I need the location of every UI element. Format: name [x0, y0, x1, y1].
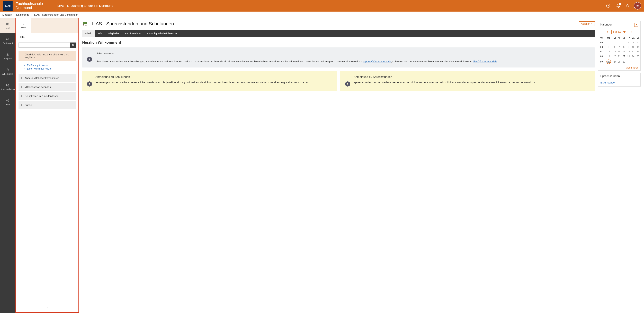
office-hours-title: Sprechstunden — [600, 75, 620, 78]
help-back-button[interactable] — [16, 304, 78, 312]
calendar-day[interactable]: 16 — [626, 49, 631, 54]
tab-info[interactable]: Info — [94, 30, 105, 37]
calendar-day[interactable]: 29 — [622, 59, 626, 65]
chevron-left-icon — [46, 307, 49, 310]
calendar-day[interactable]: 13 — [612, 49, 617, 54]
nav-tools[interactable]: Tools — [0, 18, 16, 33]
calendar-day[interactable]: 24 — [631, 54, 636, 59]
caret-down-icon — [636, 24, 637, 26]
calendar-day[interactable]: 27 — [612, 59, 617, 65]
help-tab[interactable]: Hilfe — [16, 18, 31, 33]
calendar-day[interactable]: 26 — [604, 59, 612, 65]
tab-lernfortschritt[interactable]: Lernfortschritt — [122, 30, 144, 37]
ilias-support-link[interactable]: ILIAS Support — [600, 81, 616, 84]
calendar-header: Di — [612, 36, 617, 40]
calendar-day[interactable]: 3 — [631, 40, 636, 45]
tab-inhalt[interactable]: Inhalt — [82, 30, 94, 37]
tab-kursmitgliedschaft-beenden[interactable]: Kursmitgliedschaft beenden — [144, 30, 181, 37]
info-icon: i — [87, 57, 92, 62]
caret-down-icon — [591, 23, 592, 25]
chevron-right-icon — [20, 77, 23, 79]
breadcrumb-item[interactable]: Dozierende — [16, 13, 30, 16]
calendar-day[interactable]: 19 — [604, 54, 612, 59]
nav-hilfe[interactable]: Hilfe — [0, 95, 16, 110]
svg-point-9 — [7, 100, 8, 101]
calendar-day[interactable]: 9 — [626, 45, 631, 49]
card-title: Anmeldung zu Sprechstunden — [354, 75, 536, 79]
calendar-day — [604, 40, 612, 45]
header: ILIAS Fachhochschule Dortmund ILIAS - E-… — [0, 0, 644, 12]
calendar-header: KW — [598, 36, 604, 40]
calendar-day[interactable]: 12 — [604, 49, 612, 54]
calendar-day[interactable]: 17 — [631, 49, 636, 54]
calendar-day[interactable]: 10 — [631, 45, 636, 49]
svg-point-2 — [626, 5, 629, 7]
breadcrumb-item[interactable]: ILIAS - Sprechstunden und Schulungen — [34, 13, 78, 16]
calendar-day[interactable]: 25 — [636, 54, 640, 59]
calendar-day — [626, 59, 631, 65]
info-salutation: Liebe Lehrende, — [96, 52, 498, 56]
chevron-right-icon — [20, 86, 23, 88]
card-text: Schulungen buchen Sie bitte unten. Klick… — [96, 80, 309, 84]
card-title: Anmeldung zu Schulungen — [96, 75, 309, 79]
calendar-day[interactable]: 4 — [636, 40, 640, 45]
calendar-header: Mi — [617, 36, 622, 40]
calendar-day[interactable]: 22 — [622, 54, 626, 59]
calendar-day[interactable]: 5 — [604, 45, 612, 49]
avatar[interactable]: te — [634, 2, 641, 10]
prev-month-button[interactable] — [606, 31, 608, 33]
calendar-day[interactable]: 14 — [617, 49, 622, 54]
calendar-day[interactable]: 7 — [617, 45, 622, 49]
help-search-button[interactable] — [70, 43, 76, 48]
calendar-day[interactable]: 20 — [612, 54, 617, 59]
tab-mitglieder[interactable]: Mitglieder — [105, 30, 122, 37]
help-topic[interactable]: Neuigkeiten in Objekten lesen — [18, 92, 76, 100]
help-topic-overview[interactable]: Überblick: Wie nutze ich einen Kurs als … — [18, 51, 76, 61]
calendar-day[interactable]: 1 — [622, 40, 626, 45]
nav-magazin[interactable]: Magazin — [0, 49, 16, 64]
institution-name: Fachhochschule Dortmund — [16, 2, 43, 10]
help-topic[interactable]: Suche — [18, 101, 76, 109]
help-link[interactable]: Einen Kursinhalt nutzen — [27, 67, 52, 70]
calendar-week: 09 — [598, 59, 604, 65]
calendar-day[interactable]: 6 — [612, 45, 617, 49]
help-search-input[interactable] — [18, 43, 70, 48]
help-icon[interactable] — [604, 2, 612, 10]
calendar-day[interactable]: 28 — [617, 59, 622, 65]
chevron-right-icon: › — [31, 13, 32, 16]
next-month-button[interactable] — [630, 31, 632, 33]
subscribe-link[interactable]: Abonnieren — [626, 66, 638, 69]
calendar-day[interactable]: 11 — [636, 45, 640, 49]
calendar-day[interactable]: 23 — [626, 54, 631, 59]
svg-rect-12 — [83, 22, 87, 24]
svg-rect-5 — [6, 24, 8, 25]
chevron-right-icon: › — [14, 13, 14, 16]
ilias-email-link[interactable]: ilias@fh-dortmund.de — [473, 60, 497, 63]
calendar-day[interactable]: 15 — [622, 49, 626, 54]
calendar-week: 05 — [598, 40, 604, 45]
help-topic[interactable]: Mitgliedschaft beenden — [18, 83, 76, 91]
logo[interactable]: ILIAS — [3, 1, 12, 11]
course-icon — [82, 21, 87, 26]
notifications-icon[interactable]: 1 — [614, 2, 622, 10]
calendar-day[interactable]: 2 — [626, 40, 631, 45]
calendar-menu-button[interactable] — [634, 23, 638, 27]
search-icon[interactable] — [624, 2, 632, 10]
month-selector[interactable]: Feb 2024 — [612, 30, 628, 34]
breadcrumb-item[interactable]: Magazin — [2, 13, 12, 16]
help-link[interactable]: Einführung in Kurse — [27, 64, 48, 67]
support-email-link[interactable]: support@fh-dortmund.de — [362, 60, 391, 63]
calendar-header: Fr — [626, 36, 631, 40]
calendar-day[interactable]: 21 — [617, 54, 622, 59]
chevron-right-icon — [20, 95, 23, 97]
calendar-day[interactable]: 8 — [622, 45, 626, 49]
nav-arbeitsraum[interactable]: Arbeitsraum — [0, 64, 16, 79]
nav-kommunikation[interactable]: Kommunikation — [0, 79, 16, 95]
calendar-day[interactable]: 18 — [636, 49, 640, 54]
calendar-day — [617, 40, 622, 45]
help-panel: Hilfe Hilfe Überblick: Wie nutze ich ein… — [16, 18, 79, 313]
actions-button[interactable]: Aktionen — [579, 22, 595, 26]
help-topic[interactable]: Andere Mitglieder kontaktieren — [18, 74, 76, 82]
nav-dashboard[interactable]: Dashboard — [0, 33, 16, 49]
svg-point-7 — [7, 69, 8, 70]
